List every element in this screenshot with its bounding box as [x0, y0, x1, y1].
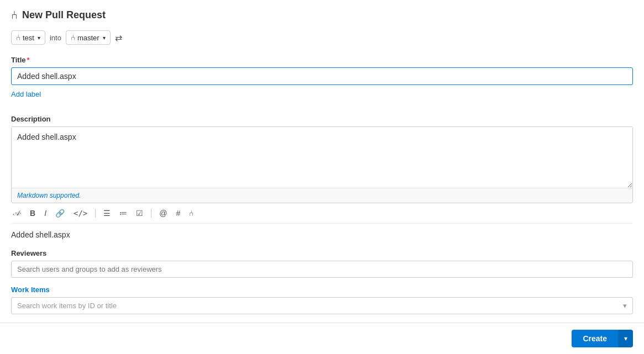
into-label: into [50, 34, 61, 42]
add-label-link[interactable]: Add label [11, 90, 41, 98]
numbered-list-button[interactable]: ≔ [117, 208, 129, 219]
create-button-group: Create ▾ [572, 330, 633, 347]
mention-button[interactable]: @ [157, 208, 169, 219]
bold-button[interactable]: B [28, 208, 38, 219]
format-button[interactable]: 𝒜› [11, 208, 23, 219]
reviewers-label: Reviewers [11, 249, 633, 257]
required-indicator: * [27, 56, 30, 64]
work-items-section: Work Items Search work items by ID or ti… [11, 286, 633, 314]
code-button[interactable]: </> [71, 208, 90, 219]
hashtag-button[interactable]: # [174, 208, 183, 219]
work-items-dropdown[interactable]: Search work items by ID or title ▾ [11, 297, 633, 314]
pr-reference-button[interactable]: ⑃ [187, 208, 196, 219]
page-title: New Pull Request [22, 9, 106, 21]
description-section: Description Added shell.aspx Markdown su… [11, 115, 633, 203]
bullet-list-button[interactable]: ☰ [101, 208, 113, 219]
branch-row: ⑃ test ▾ into ⑃ master ▾ ⇄ [11, 30, 633, 45]
page-header: ⑃ New Pull Request [11, 9, 633, 22]
create-dropdown-button[interactable]: ▾ [618, 330, 633, 347]
source-branch-chevron: ▾ [38, 35, 40, 41]
bottom-bar: Create ▾ [0, 323, 644, 354]
target-branch-chevron: ▾ [103, 35, 106, 41]
target-branch-name: master [77, 34, 100, 42]
markdown-note: Markdown supported. [12, 188, 632, 203]
formatting-toolbar: 𝒜› B I 🔗 </> ☰ ≔ ☑ @ # ⑃ [11, 203, 633, 224]
target-branch-selector[interactable]: ⑃ master ▾ [66, 30, 111, 45]
description-textarea[interactable]: Added shell.aspx [12, 127, 632, 188]
reviewers-input[interactable] [11, 261, 633, 278]
branch-icon-source: ⑃ [16, 33, 20, 42]
work-items-chevron: ▾ [623, 302, 627, 310]
source-branch-name: test [23, 34, 34, 42]
title-section: Title* [11, 56, 633, 89]
create-button[interactable]: Create [572, 330, 618, 347]
swap-branches-button[interactable]: ⇄ [115, 33, 122, 43]
toolbar-divider-1 [95, 209, 96, 218]
toolbar-divider-2 [151, 209, 151, 218]
title-label: Title* [11, 56, 633, 64]
title-input[interactable] [11, 67, 633, 85]
work-items-placeholder: Search work items by ID or title [17, 302, 117, 310]
description-preview: Added shell.aspx [11, 228, 633, 241]
italic-button[interactable]: I [42, 208, 49, 219]
work-items-label: Work Items [11, 286, 633, 294]
branch-icon-target: ⑃ [71, 33, 75, 42]
task-list-button[interactable]: ☑ [134, 208, 145, 219]
description-label: Description [11, 115, 633, 123]
pull-request-icon: ⑃ [11, 9, 18, 22]
reviewers-section: Reviewers [11, 249, 633, 278]
link-button[interactable]: 🔗 [53, 208, 67, 219]
source-branch-selector[interactable]: ⑃ test ▾ [11, 30, 45, 45]
description-wrapper: Added shell.aspx Markdown supported. [11, 126, 633, 203]
